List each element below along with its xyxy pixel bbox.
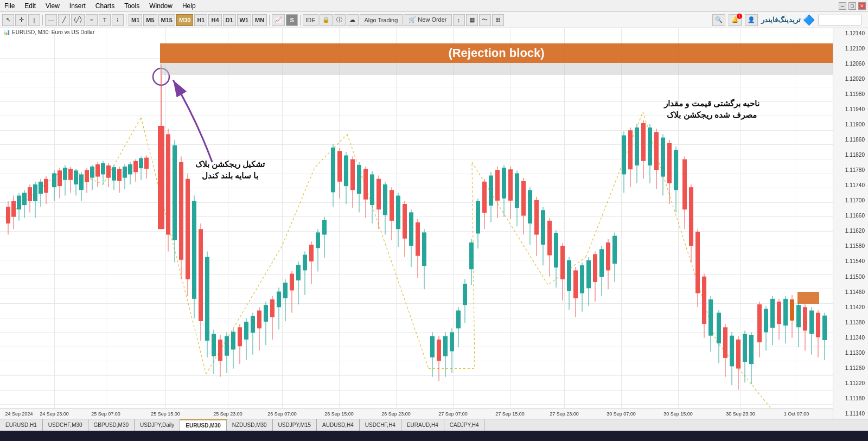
rejection-block-gray-zone bbox=[160, 63, 833, 75]
lock-btn[interactable]: 🔒 bbox=[320, 14, 333, 26]
channel-tool[interactable]: ⟨╱⟩ bbox=[71, 14, 85, 26]
svg-rect-80 bbox=[244, 322, 248, 340]
tab-usdjpy-daily[interactable]: USDJPY,Daily bbox=[135, 419, 180, 431]
svg-rect-140 bbox=[443, 336, 448, 356]
logo-text-area: تریدینگ‌فایندر 🔷 bbox=[761, 14, 815, 26]
minimize-button[interactable]: ─ bbox=[839, 2, 846, 10]
info-btn[interactable]: ⓘ bbox=[334, 14, 346, 26]
svg-rect-238 bbox=[770, 299, 775, 328]
trend-line-tool[interactable]: ╱ bbox=[58, 14, 70, 26]
new-order-btn[interactable]: 🛒 New Order bbox=[404, 14, 451, 26]
tf-m15[interactable]: M15 bbox=[158, 14, 175, 26]
cloud-btn[interactable]: ☁ bbox=[347, 14, 359, 26]
tab-cadjpy-h4[interactable]: CADJPY,H4 bbox=[444, 419, 485, 431]
svg-rect-184 bbox=[586, 260, 591, 288]
notification-btn[interactable]: 🔔1 bbox=[729, 14, 742, 26]
tab-euraud-h4[interactable]: EURAUD,H4 bbox=[401, 419, 444, 431]
tab-gbpusd-m30[interactable]: GBPUSD,M30 bbox=[88, 419, 135, 431]
svg-rect-222 bbox=[717, 313, 721, 344]
svg-rect-118 bbox=[370, 174, 374, 205]
svg-rect-226 bbox=[730, 336, 734, 367]
menu-help[interactable]: Help bbox=[178, 1, 200, 11]
indicator-s-btn[interactable]: S bbox=[286, 14, 298, 26]
price-axis: 1.12140 1.12100 1.12060 1.12020 1.11980 … bbox=[833, 28, 868, 419]
crosshair-tool[interactable]: ✛ bbox=[15, 14, 27, 26]
tf-h1[interactable]: H1 bbox=[194, 14, 207, 26]
price-1.11660: 1.11660 bbox=[834, 213, 867, 219]
input-field-area bbox=[818, 15, 861, 25]
vertical-line-tool[interactable]: | bbox=[28, 14, 40, 26]
menu-view[interactable]: View bbox=[41, 1, 64, 11]
svg-rect-100 bbox=[309, 245, 314, 261]
price-1.12140: 1.12140 bbox=[834, 30, 867, 36]
tf-m30[interactable]: M30 bbox=[176, 14, 193, 26]
tf-d1[interactable]: D1 bbox=[223, 14, 236, 26]
svg-rect-96 bbox=[296, 265, 301, 280]
price-1.11140: 1.11140 bbox=[834, 411, 867, 417]
menu-file[interactable]: File bbox=[0, 1, 19, 11]
svg-rect-212 bbox=[682, 159, 687, 210]
svg-rect-54 bbox=[158, 126, 164, 229]
profile-btn[interactable]: 👤 bbox=[745, 14, 758, 26]
text-tool[interactable]: T bbox=[99, 14, 111, 26]
tf-m1[interactable]: M1 bbox=[129, 14, 142, 26]
svg-rect-146 bbox=[463, 284, 467, 305]
menu-edit[interactable]: Edit bbox=[20, 1, 40, 11]
tab-usdchf-m30[interactable]: USDCHF,M30 bbox=[43, 419, 88, 431]
extra-btn[interactable]: ⊞ bbox=[492, 14, 504, 26]
maximize-button[interactable]: □ bbox=[848, 2, 856, 10]
tab-usdchf-h4[interactable]: USDCHF,H4 bbox=[360, 419, 401, 431]
sep1 bbox=[42, 15, 43, 25]
price-1.11740: 1.11740 bbox=[834, 182, 867, 188]
search-btn[interactable]: 🔍 bbox=[712, 14, 725, 26]
tab-nzdusd-m30[interactable]: NZDUSD,M30 bbox=[227, 419, 273, 431]
svg-rect-37 bbox=[106, 165, 111, 178]
price-1.11820: 1.11820 bbox=[834, 152, 867, 158]
svg-rect-180 bbox=[573, 270, 578, 298]
svg-rect-43 bbox=[123, 167, 127, 178]
svg-rect-192 bbox=[612, 236, 617, 264]
tf-m5[interactable]: M5 bbox=[143, 14, 157, 26]
tab-usdjpy-m15[interactable]: USDJPY,M15 bbox=[273, 419, 317, 431]
svg-rect-228 bbox=[736, 340, 741, 368]
bar-chart-btn[interactable]: ▦ bbox=[466, 14, 478, 26]
horizontal-line-tool[interactable]: — bbox=[45, 14, 57, 26]
ide-btn[interactable]: IDE bbox=[303, 14, 318, 26]
svg-rect-170 bbox=[541, 210, 545, 245]
svg-rect-144 bbox=[456, 310, 461, 328]
chart-icon: 📊 bbox=[3, 29, 10, 35]
svg-rect-92 bbox=[283, 283, 288, 298]
tf-h4[interactable]: H4 bbox=[208, 14, 221, 26]
line-chart-btn[interactable]: 〜 bbox=[479, 14, 491, 26]
fib-tool[interactable]: ⫶ bbox=[112, 14, 124, 26]
menu-charts[interactable]: Charts bbox=[91, 1, 119, 11]
cursor-tool[interactable]: ↖ bbox=[2, 14, 14, 26]
price-1.12060: 1.12060 bbox=[834, 61, 867, 67]
menu-tools[interactable]: Tools bbox=[120, 1, 144, 11]
svg-rect-208 bbox=[667, 143, 672, 183]
close-button[interactable]: ✕ bbox=[858, 2, 866, 10]
menu-window[interactable]: Window bbox=[145, 1, 177, 11]
logo-icon: 🔷 bbox=[803, 14, 815, 26]
regression-tool[interactable]: ≈ bbox=[86, 14, 98, 26]
menu-insert[interactable]: Insert bbox=[65, 1, 90, 11]
tf-w1[interactable]: W1 bbox=[237, 14, 252, 26]
value-input[interactable] bbox=[818, 15, 861, 25]
tab-eurusd-m30[interactable]: EURUSD,M30 bbox=[180, 419, 226, 431]
svg-rect-174 bbox=[554, 233, 558, 267]
tab-eurusd-h1[interactable]: EURUSD,H1 bbox=[0, 419, 43, 431]
sep3 bbox=[269, 15, 270, 25]
sort-btn[interactable]: ↕ bbox=[453, 14, 465, 26]
svg-rect-78 bbox=[238, 327, 242, 346]
svg-rect-116 bbox=[363, 169, 368, 200]
logo-area: 🔍 🔔1 👤 تریدینگ‌فایندر 🔷 bbox=[712, 14, 861, 26]
tf-mn[interactable]: MN bbox=[252, 14, 267, 26]
annotation-formation: تشکیل ریجکشن بلاک با سایه بلند کندل bbox=[195, 158, 265, 181]
chart-type-btn[interactable]: 📈 bbox=[272, 14, 285, 26]
tab-audusd-h4[interactable]: AUDUSD,H4 bbox=[317, 419, 360, 431]
algo-trading-btn[interactable]: Algo Trading bbox=[360, 14, 403, 26]
svg-rect-1 bbox=[6, 207, 10, 223]
svg-rect-31 bbox=[90, 167, 94, 178]
svg-rect-166 bbox=[528, 190, 532, 223]
svg-rect-240 bbox=[777, 302, 781, 324]
